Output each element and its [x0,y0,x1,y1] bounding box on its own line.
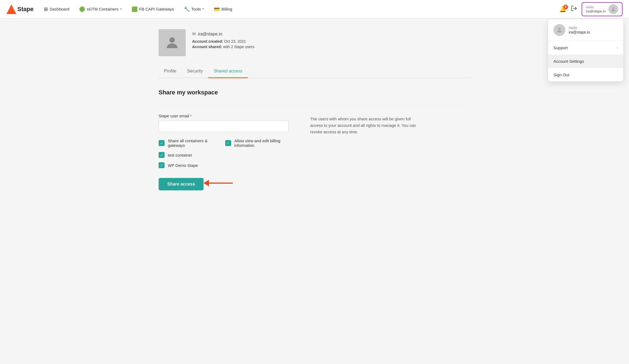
svg-point-3 [612,7,614,9]
nav-dashboard-label: Dashboard [50,7,69,11]
checkbox-wp-demo[interactable]: ✓ WP Demo Stape [159,162,289,168]
notifications-bell[interactable]: 🔔 9 [559,6,566,13]
dropdown-sign-out-label: Sign Out [553,72,569,77]
nav-tools-label: Tools [191,7,201,11]
dropdown-email: ira@stape.io [569,30,590,34]
notification-badge: 9 [563,5,568,9]
divider [159,105,470,105]
account-shared-value: with 2 Stape users [223,45,254,49]
nav-fb-label: FB CAPI Gateways [139,7,174,11]
share-all-label: Share all containers & gateways [168,138,214,148]
share-arrow-line [206,183,233,184]
profile-info: ✉ ira@stape.io Account created: Oct 23, … [192,29,254,50]
dashboard-icon: ⊞ [44,6,48,12]
email-input[interactable] [159,120,289,132]
email-label-text: Stape user email [159,114,189,118]
account-created-value: Oct 23, 2021 [224,39,246,44]
form-left: Stape user email * ✓ Share all container… [159,114,289,190]
fb-icon: 🟩 [132,6,137,12]
dropdown-support[interactable]: Support › [548,41,623,55]
account-shared-row: Account shared: with 2 Stape users [192,45,254,49]
dropdown-header: Hello ira@stape.io [548,19,623,41]
account-shared-label: Account shared: [192,45,222,49]
dropdown-avatar [553,24,565,36]
dropdown-support-label: Support [553,45,568,50]
sgtm-icon: 🟢 [79,6,85,12]
user-dropdown-menu: Hello ira@stape.io Support › Account Set… [548,19,624,82]
nav-dashboard[interactable]: ⊞ Dashboard [40,4,73,14]
form-section: Stape user email * ✓ Share all container… [159,114,470,190]
tab-profile[interactable]: Profile [159,65,182,78]
form-right: The users with whom you share access wil… [310,114,418,190]
logo-icon [6,4,16,14]
logo[interactable]: Stape [6,4,34,14]
dropdown-account-settings[interactable]: Account Settings [548,55,623,68]
dropdown-hello: Hello [569,26,590,30]
nav-billing-label: Billing [221,7,232,11]
sgtm-chevron-icon: ▾ [120,7,122,11]
page-content: ✉ ira@stape.io Account created: Oct 23, … [152,18,477,201]
wp-demo-label: WP Demo Stape [168,163,198,168]
share-arrow-annotation [206,180,233,186]
billing-icon: 💳 [214,6,220,12]
checkbox-group: ✓ Share all containers & gateways ✓ Allo… [159,138,289,168]
checkbox-row-pair-top: ✓ Share all containers & gateways ✓ Allo… [159,138,289,148]
tools-chevron-icon: ▾ [202,7,204,11]
nav-sgtm-label: sGTM Containers [87,7,119,11]
svg-point-4 [558,28,561,30]
profile-header: ✉ ira@stape.io Account created: Oct 23, … [159,29,470,56]
profile-email-text: ira@stape.io [198,32,222,37]
tools-icon: 🔧 [184,6,190,12]
dropdown-sign-out[interactable]: Sign Out [548,68,623,81]
email-label: Stape user email * [159,114,289,118]
nav-tools[interactable]: 🔧 Tools ▾ [180,4,208,14]
wp-demo-checkbox[interactable]: ✓ [159,162,165,168]
tabs: Profile Security Shared access [159,65,470,78]
user-menu-button[interactable]: Hello ira@stape.io [582,2,623,16]
nav-user-email: ira@stape.io [586,9,606,13]
navbar: Stape ⊞ Dashboard 🟢 sGTM Containers ▾ 🟩 … [0,0,629,18]
tab-security[interactable]: Security [182,65,208,78]
profile-avatar [159,29,186,56]
required-indicator: * [190,114,192,118]
nav-user-hello: Hello [586,5,606,9]
tab-shared-access[interactable]: Shared access [208,65,248,78]
checkbox-share-all[interactable]: ✓ Share all containers & gateways [159,138,214,148]
email-icon: ✉ [192,31,196,37]
svg-point-5 [169,37,175,43]
nav-avatar [608,4,618,14]
billing-checkbox[interactable]: ✓ [225,140,231,146]
logout-icon[interactable] [571,5,577,13]
info-text: The users with whom you share access wil… [310,116,418,135]
test-container-label: test container [168,153,192,157]
share-button-row: Share access [159,176,289,190]
nav-billing[interactable]: 💳 Billing [210,4,236,14]
share-all-checkbox[interactable]: ✓ [159,140,165,146]
billing-label: Allow view and edit billing information [234,138,289,148]
profile-email-row: ✉ ira@stape.io [192,31,254,37]
checkbox-billing[interactable]: ✓ Allow view and edit billing informatio… [225,138,289,148]
checkbox-test-container[interactable]: ✓ test container [159,152,289,158]
account-created-label: Account created: [192,39,223,44]
test-container-checkbox[interactable]: ✓ [159,152,165,158]
share-access-button[interactable]: Share access [159,178,204,190]
support-chevron-icon: › [617,46,618,50]
dropdown-account-settings-label: Account Settings [553,59,584,64]
logo-text: Stape [17,6,34,13]
nav-sgtm[interactable]: 🟢 sGTM Containers ▾ [75,4,126,14]
nav-fb[interactable]: 🟩 FB CAPI Gateways [128,4,178,14]
account-created-row: Account created: Oct 23, 2021 [192,39,254,44]
section-title: Share my workspace [159,89,470,96]
